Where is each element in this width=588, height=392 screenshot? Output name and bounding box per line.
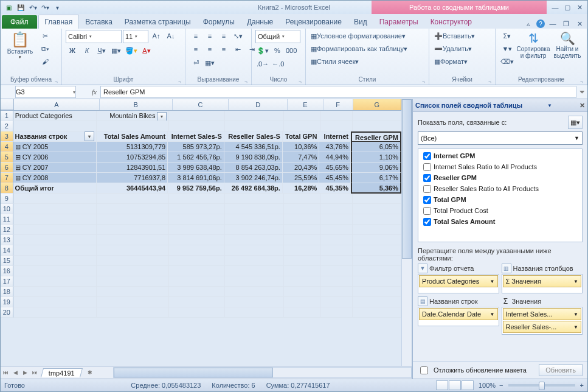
col-header-G[interactable]: G: [353, 99, 401, 110]
cell-D19[interactable]: [225, 297, 284, 307]
cell-B7[interactable]: 7716937,8: [97, 173, 168, 183]
cell-F16[interactable]: [321, 266, 353, 276]
cell-F20[interactable]: [321, 307, 353, 318]
cell-B8[interactable]: 36445443,94: [97, 183, 168, 194]
row-header-15[interactable]: 15: [1, 256, 13, 266]
align-left-icon[interactable]: ≡: [189, 43, 202, 55]
align-top-icon[interactable]: ≡: [189, 30, 202, 42]
page-break-view-icon[interactable]: [462, 380, 474, 390]
cell-G3[interactable]: Reseller GPM: [351, 131, 401, 142]
row-header-8[interactable]: 8: [1, 183, 13, 194]
field-list-item[interactable]: Total GPM: [420, 194, 581, 205]
col-header-B[interactable]: B: [100, 99, 173, 110]
cell-G10[interactable]: [353, 204, 401, 214]
indent-dec-icon[interactable]: ⇤: [231, 43, 244, 55]
data-tab[interactable]: Данные: [241, 15, 279, 29]
align-right-icon[interactable]: ≡: [217, 43, 230, 55]
field-checkbox[interactable]: [423, 185, 431, 193]
dec-decimal-icon[interactable]: ←.0: [271, 58, 285, 70]
home-tab[interactable]: Главная: [38, 15, 80, 29]
row-header-3[interactable]: 3: [1, 131, 13, 142]
field-list-item[interactable]: Total Product Cost: [420, 205, 581, 216]
cell-D2[interactable]: [225, 121, 284, 131]
cell-C3[interactable]: Internet Sales-S: [168, 131, 224, 142]
cell-styles-button[interactable]: ▦ Стили ячеек ▾: [310, 55, 421, 68]
zoom-out-icon[interactable]: −: [499, 382, 503, 389]
cell-D5[interactable]: 9 190 838,09р.: [224, 152, 283, 163]
find-select-button[interactable]: 🔍Найти и выделить: [552, 30, 583, 60]
cell-C11[interactable]: [169, 214, 226, 225]
cell-A18[interactable]: [13, 287, 97, 297]
fx-icon[interactable]: fx: [88, 88, 100, 96]
cell-A9[interactable]: [13, 194, 97, 204]
cell-B18[interactable]: [97, 287, 168, 297]
cell-B12[interactable]: [97, 225, 168, 235]
defer-update-checkbox[interactable]: [420, 366, 428, 374]
row-header-20[interactable]: 20: [1, 307, 13, 318]
cell-A14[interactable]: [13, 245, 97, 256]
cell-G18[interactable]: [353, 287, 401, 297]
field-list[interactable]: Internet GPMInternet Sales Ratio to All …: [418, 149, 583, 242]
cell-A1[interactable]: Product Categories: [13, 111, 97, 121]
save-icon[interactable]: 💾: [15, 2, 26, 13]
font-size-combo[interactable]: 11▾: [123, 30, 148, 43]
align-center-icon[interactable]: ≡: [203, 43, 216, 55]
cell-A7[interactable]: ⊞ CY 2008: [13, 173, 97, 183]
cell-F4[interactable]: 43,76%: [319, 142, 351, 152]
shrink-font-icon[interactable]: A↓: [164, 30, 178, 42]
columns-zone[interactable]: Σ Значения▼: [502, 274, 583, 293]
cell-D1[interactable]: [225, 111, 284, 121]
cell-D17[interactable]: [225, 276, 284, 287]
cell-D8[interactable]: 26 492 684,38р.: [224, 183, 283, 194]
cell-C18[interactable]: [169, 287, 226, 297]
cell-G19[interactable]: [353, 297, 401, 307]
underline-icon[interactable]: Ч▾: [95, 44, 108, 57]
normal-view-icon[interactable]: [436, 380, 448, 390]
rows-zone[interactable]: Date.Calendar Date▼: [418, 307, 499, 326]
row-header-18[interactable]: 18: [1, 287, 13, 297]
percent-icon[interactable]: %: [271, 44, 284, 57]
copy-icon[interactable]: ⧉▾: [38, 43, 52, 55]
cell-F8[interactable]: 45,35%: [319, 183, 351, 194]
cell-A4[interactable]: ⊞ CY 2005: [13, 142, 97, 152]
cell-F17[interactable]: [321, 276, 353, 287]
cell-A5[interactable]: ⊞ CY 2006: [13, 152, 97, 163]
cell-D9[interactable]: [225, 194, 284, 204]
cell-E1[interactable]: [284, 111, 321, 121]
cell-C16[interactable]: [169, 266, 226, 276]
cell-D14[interactable]: [225, 245, 284, 256]
cell-B19[interactable]: [97, 297, 168, 307]
delete-cells-button[interactable]: ➖ Удалить ▾: [433, 43, 489, 55]
cell-C2[interactable]: [169, 121, 226, 131]
cell-C14[interactable]: [169, 245, 226, 256]
filter-dropdown-icon[interactable]: ▾: [157, 112, 167, 122]
insert-tab[interactable]: Вставка: [79, 15, 119, 29]
cell-B3[interactable]: Total Sales Amount: [97, 131, 168, 142]
cell-B10[interactable]: [97, 204, 168, 214]
last-sheet-icon[interactable]: ⏭: [30, 369, 40, 376]
cell-C6[interactable]: 3 989 638,48р.: [168, 163, 224, 173]
values-field-1[interactable]: Internet Sales...▼: [503, 308, 582, 320]
cell-C7[interactable]: 3 814 691,06р.: [168, 173, 224, 183]
cell-E9[interactable]: [284, 194, 321, 204]
vertical-scrollbar[interactable]: [401, 99, 412, 366]
cell-B5[interactable]: 10753294,85: [97, 152, 168, 163]
cell-A3[interactable]: Названия строк▾: [13, 131, 97, 142]
cell-A20[interactable]: [13, 307, 97, 318]
formula-input[interactable]: Reseller GPM: [100, 86, 576, 98]
field-list-item[interactable]: Total Sales Amount: [420, 216, 581, 227]
fill-color-icon[interactable]: 🪣▾: [124, 44, 139, 57]
values-zone[interactable]: Internet Sales...▼ Reseller Sales-...▼: [502, 307, 583, 335]
row-header-11[interactable]: 11: [1, 214, 13, 225]
cell-G12[interactable]: [353, 225, 401, 235]
maximize-icon[interactable]: ▢: [562, 2, 573, 12]
row-header-14[interactable]: 14: [1, 245, 13, 256]
cell-C4[interactable]: 585 973,27р.: [168, 142, 224, 152]
col-header-A[interactable]: A: [14, 99, 100, 110]
cell-G11[interactable]: [353, 214, 401, 225]
pane-dropdown-icon[interactable]: ▼: [547, 103, 552, 108]
field-list-item[interactable]: Reseller GPM: [420, 172, 581, 183]
cell-B16[interactable]: [97, 266, 168, 276]
cell-D3[interactable]: Reseller Sales-S: [224, 131, 283, 142]
font-name-combo[interactable]: Calibri▾: [66, 30, 122, 43]
